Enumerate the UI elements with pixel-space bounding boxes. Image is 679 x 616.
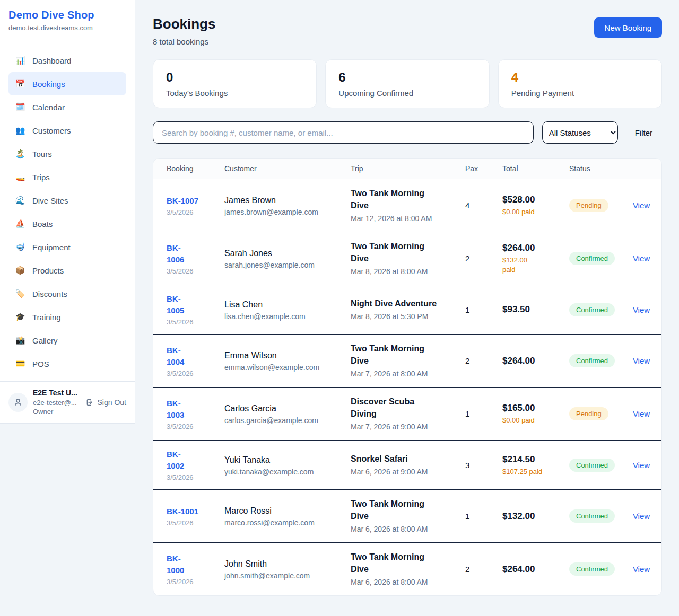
page-header: Bookings 8 total bookings New Booking (153, 16, 662, 46)
trip-name: Two Tank Morning Dive (351, 342, 452, 367)
view-link[interactable]: View (633, 305, 650, 314)
trip-name: Two Tank Morning Dive (351, 240, 452, 265)
sidebar-item-calendar[interactable]: 🗓️ Calendar (8, 95, 126, 119)
new-booking-button[interactable]: New Booking (594, 17, 662, 38)
booking-number-link[interactable]: BK- 1000 (167, 553, 212, 576)
sidebar-item-dashboard[interactable]: 📊 Dashboard (8, 49, 126, 72)
view-link[interactable]: View (633, 201, 650, 210)
graduation-cap-icon: 🎓 (15, 312, 25, 322)
trip-datetime: Mar 7, 2026 at 8:00 AM (351, 369, 452, 379)
booking-number-link[interactable]: BK- 1006 (167, 242, 212, 266)
status-badge: Pending (569, 199, 608, 212)
page-title: Bookings (153, 16, 215, 32)
sidebar-item-training[interactable]: 🎓 Training (8, 305, 126, 329)
customer-name: James Brown (224, 195, 338, 206)
view-link[interactable]: View (633, 461, 650, 470)
page-subtitle: 8 total bookings (153, 37, 215, 46)
pax-count: 2 (465, 565, 490, 574)
trip-datetime: Mar 7, 2026 at 9:00 AM (351, 422, 452, 432)
sidebar-item-tours[interactable]: 🏝️ Tours (8, 142, 126, 165)
sidebar-item-products[interactable]: 📦 Products (8, 259, 126, 282)
column-header-total: Total (496, 159, 563, 179)
booking-number-link[interactable]: BK-1001 (167, 506, 212, 517)
total-amount: $165.00 (502, 402, 556, 414)
people-icon: 👥 (15, 126, 25, 135)
sidebar-item-trips[interactable]: 🚤 Trips (8, 165, 126, 189)
column-header-pax: Pax (459, 159, 496, 179)
view-link[interactable]: View (633, 409, 650, 418)
table-body: BK-1007 3/5/2026 James Brown james.brown… (153, 179, 661, 595)
island-icon: 🏝️ (15, 149, 25, 159)
sidebar-item-label: Calendar (32, 103, 65, 112)
total-amount: $214.50 (502, 454, 556, 465)
stat-value: 4 (511, 70, 649, 85)
calendar-icon: 📅 (15, 79, 25, 89)
customer-name: Marco Rossi (224, 505, 338, 517)
status-badge: Pending (569, 407, 608, 420)
table-row: BK- 1003 3/5/2026 Carlos Garcia carlos.g… (153, 388, 661, 441)
spiral-calendar-icon: 🗓️ (15, 102, 25, 112)
sidebar-item-dive-sites[interactable]: 🌊 Dive Sites (8, 189, 126, 212)
shop-title: Demo Dive Shop (8, 9, 126, 21)
sidebar-item-bookings[interactable]: 📅 Bookings (8, 72, 126, 95)
paid-amount: $132.00 paid (502, 256, 556, 275)
search-input[interactable] (153, 121, 534, 144)
sidebar-item-gallery[interactable]: 📸 Gallery (8, 329, 126, 352)
user-role: Owner (33, 407, 80, 416)
sidebar-item-label: Products (32, 266, 64, 275)
sidebar-header: Demo Dive Shop demo.test.divestreams.com (0, 0, 135, 40)
status-badge: Confirmed (569, 562, 615, 576)
customer-name: Yuki Tanaka (224, 454, 338, 466)
trip-datetime: Mar 12, 2026 at 8:00 AM (351, 214, 452, 224)
booking-number-link[interactable]: BK- 1005 (167, 293, 212, 316)
total-amount: $264.00 (502, 355, 556, 367)
sidebar-item-pos[interactable]: 💳 POS (8, 352, 126, 375)
sign-out-button[interactable]: Sign Out (85, 398, 126, 407)
view-link[interactable]: View (633, 565, 650, 574)
booking-date: 3/5/2026 (167, 473, 212, 481)
booking-number-link[interactable]: BK- 1004 (167, 345, 212, 368)
sidebar-item-boats[interactable]: ⛵ Boats (8, 212, 126, 235)
pax-count: 1 (465, 305, 490, 314)
wave-icon: 🌊 (15, 196, 25, 205)
total-amount: $264.00 (502, 242, 556, 254)
booking-date: 3/5/2026 (167, 318, 212, 326)
trip-datetime: Mar 8, 2026 at 8:00 AM (351, 267, 452, 277)
customer-name: Sarah Jones (224, 248, 338, 259)
sidebar-item-label: Customers (32, 126, 71, 135)
shop-domain: demo.test.divestreams.com (8, 24, 126, 32)
pax-count: 3 (465, 461, 490, 470)
customer-email: sarah.jones@example.com (224, 261, 338, 269)
view-link[interactable]: View (633, 512, 650, 521)
sidebar-item-customers[interactable]: 👥 Customers (8, 119, 126, 142)
total-amount: $264.00 (502, 564, 556, 575)
booking-number-link[interactable]: BK- 1002 (167, 448, 212, 472)
view-link[interactable]: View (633, 254, 650, 263)
avatar (8, 393, 28, 412)
status-filter-select[interactable]: All Statuses (542, 121, 618, 144)
booking-date: 3/5/2026 (167, 423, 212, 430)
package-icon: 📦 (15, 266, 25, 275)
status-badge: Confirmed (569, 303, 615, 316)
filter-button[interactable]: Filter (635, 128, 652, 137)
sidebar-item-equipment[interactable]: 🤿 Equipment (8, 235, 126, 259)
sidebar-item-label: Equipment (32, 243, 71, 252)
sidebar-item-label: Boats (32, 219, 53, 228)
sailboat-icon: ⛵ (15, 219, 25, 228)
sidebar-item-label: Dive Sites (32, 196, 68, 205)
speedboat-icon: 🚤 (15, 172, 25, 182)
view-link[interactable]: View (633, 356, 650, 365)
stat-card: 4 Pending Payment (498, 59, 662, 108)
booking-number-link[interactable]: BK- 1003 (167, 398, 212, 421)
user-email: e2e-tester@... (33, 398, 80, 407)
table-row: BK- 1000 3/5/2026 John Smith john.smith@… (153, 543, 661, 595)
customer-name: Emma Wilson (224, 350, 338, 362)
customer-email: james.brown@example.com (224, 208, 338, 216)
sidebar: Demo Dive Shop demo.test.divestreams.com… (0, 0, 135, 424)
booking-number-link[interactable]: BK-1007 (167, 195, 212, 207)
sidebar-item-discounts[interactable]: 🏷️ Discounts (8, 282, 126, 305)
trip-name: Discover Scuba Diving (351, 395, 452, 420)
column-header-booking: Booking (153, 159, 218, 179)
status-badge: Confirmed (569, 252, 615, 265)
pax-count: 1 (465, 512, 490, 521)
